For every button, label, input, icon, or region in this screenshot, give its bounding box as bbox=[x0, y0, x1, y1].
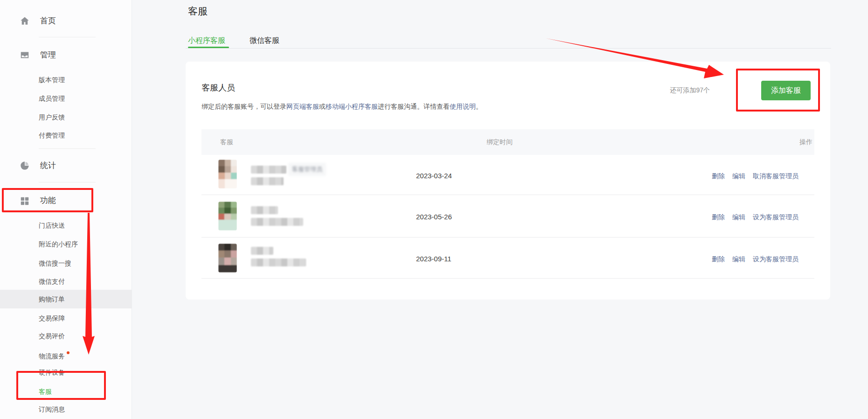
delete-link[interactable]: 删除 bbox=[712, 213, 725, 222]
set-admin-link[interactable]: 设为客服管理员 bbox=[753, 255, 799, 264]
desc-text: 进行客服沟通。详情查看 bbox=[378, 103, 450, 110]
blurred-name bbox=[251, 166, 286, 174]
sidebar-item-home[interactable]: 首页 bbox=[20, 15, 56, 26]
service-staff-table: 客服 绑定时间 操作 客服管理员 2023-03-24 bbox=[201, 129, 814, 279]
sidebar-section-stats[interactable]: 统计 bbox=[20, 160, 56, 171]
cancel-admin-link[interactable]: 取消客服管理员 bbox=[753, 172, 799, 181]
blurred-name bbox=[251, 247, 273, 255]
blurred-wechat-id bbox=[251, 218, 303, 226]
pie-chart-icon bbox=[20, 161, 30, 171]
table-row: 客服管理员 2023-03-24 删除 编辑 取消客服管理员 bbox=[201, 155, 814, 195]
sidebar-divider bbox=[39, 148, 96, 149]
sidebar-item-transaction-review[interactable]: 交易评价 bbox=[39, 332, 65, 341]
sidebar-divider bbox=[39, 37, 96, 37]
column-header-actions: 操作 bbox=[799, 138, 812, 147]
sidebar-item-hardware-device[interactable]: 硬件设备 bbox=[39, 369, 65, 377]
web-service-link[interactable]: 网页端客服 bbox=[286, 103, 319, 110]
avatar bbox=[218, 160, 237, 189]
sidebar-item-transaction-guarantee[interactable]: 交易保障 bbox=[39, 314, 65, 323]
tab-wechat-service[interactable]: 微信客服 bbox=[250, 36, 279, 46]
sidebar-item-member-mgmt[interactable]: 成员管理 bbox=[39, 95, 65, 103]
blurred-wechat-id bbox=[251, 258, 306, 266]
sidebar-item-label: 物流服务 bbox=[39, 352, 65, 360]
edit-link[interactable]: 编辑 bbox=[732, 172, 745, 181]
column-header-service: 客服 bbox=[220, 138, 233, 147]
set-admin-link[interactable]: 设为客服管理员 bbox=[753, 213, 799, 222]
sidebar-section-label: 管理 bbox=[40, 49, 56, 60]
delete-link[interactable]: 删除 bbox=[712, 172, 725, 181]
sidebar-divider bbox=[39, 182, 96, 182]
sidebar-highlight-band bbox=[0, 290, 132, 308]
blurred-wechat-id bbox=[251, 177, 284, 185]
panel-heading: 客服人员 bbox=[201, 82, 235, 93]
sidebar-item-store-delivery[interactable]: 门店快送 bbox=[39, 222, 65, 230]
customer-service-panel: 客服人员 绑定后的客服账号，可以登录网页端客服或移动端小程序客服进行客服沟通。详… bbox=[186, 62, 830, 300]
sidebar-item-label: 首页 bbox=[40, 15, 56, 26]
desc-text: 。 bbox=[476, 103, 482, 110]
edit-link[interactable]: 编辑 bbox=[732, 213, 745, 222]
new-badge-dot-icon bbox=[67, 351, 69, 354]
sidebar-item-payment-mgmt[interactable]: 付费管理 bbox=[39, 132, 65, 140]
panel-description: 绑定后的客服账号，可以登录网页端客服或移动端小程序客服进行客服沟通。详情查看使用… bbox=[201, 103, 482, 111]
inbox-icon bbox=[20, 50, 30, 60]
sidebar: 首页 管理 版本管理 成员管理 用户反馈 付费管理 统计 功能 门店 bbox=[0, 0, 132, 419]
column-header-bind-time: 绑定时间 bbox=[486, 138, 513, 147]
row-actions: 删除 编辑 取消客服管理员 bbox=[712, 172, 799, 181]
desc-text: 或 bbox=[319, 103, 326, 110]
mobile-service-link[interactable]: 移动端小程序客服 bbox=[326, 103, 378, 110]
sidebar-item-wechat-search[interactable]: 微信搜一搜 bbox=[39, 259, 71, 268]
avatar bbox=[218, 202, 237, 230]
table-header-row: 客服 绑定时间 操作 bbox=[201, 129, 814, 155]
usage-guide-link[interactable]: 使用说明 bbox=[450, 103, 476, 110]
bind-time-cell: 2023-03-24 bbox=[416, 172, 452, 180]
sidebar-item-nearby-miniprogram[interactable]: 附近的小程序 bbox=[39, 240, 78, 249]
sidebar-item-user-feedback[interactable]: 用户反馈 bbox=[39, 113, 65, 122]
grid-icon bbox=[20, 196, 30, 206]
sidebar-item-subscribe-message[interactable]: 订阅消息 bbox=[39, 405, 65, 414]
edit-link[interactable]: 编辑 bbox=[732, 255, 745, 264]
sidebar-item-shopping-orders[interactable]: 购物订单 bbox=[39, 295, 65, 304]
page-title: 客服 bbox=[188, 5, 208, 18]
home-icon bbox=[20, 16, 30, 26]
bind-time-cell: 2023-09-11 bbox=[416, 255, 451, 263]
quota-remaining-text: 还可添加97个 bbox=[670, 86, 710, 95]
sidebar-item-wechat-pay[interactable]: 微信支付 bbox=[39, 278, 65, 286]
sidebar-item-logistics-service[interactable]: 物流服务 bbox=[39, 352, 69, 361]
sidebar-section-features[interactable]: 功能 bbox=[20, 195, 56, 206]
blurred-name bbox=[251, 206, 278, 214]
sidebar-section-label: 统计 bbox=[40, 160, 56, 171]
add-service-button[interactable]: 添加客服 bbox=[761, 81, 811, 100]
active-tab-underline bbox=[188, 47, 229, 48]
sidebar-item-customer-service[interactable]: 客服 bbox=[39, 388, 52, 396]
row-actions: 删除 编辑 设为客服管理员 bbox=[712, 213, 799, 222]
bind-time-cell: 2023-05-26 bbox=[416, 213, 452, 221]
tab-miniprogram-service[interactable]: 小程序客服 bbox=[188, 36, 225, 46]
avatar bbox=[218, 244, 237, 272]
delete-link[interactable]: 删除 bbox=[712, 255, 725, 264]
admin-badge: 客服管理员 bbox=[288, 163, 326, 176]
sidebar-item-version-mgmt[interactable]: 版本管理 bbox=[39, 76, 65, 84]
tabbar-border bbox=[186, 48, 831, 49]
table-row: 2023-05-26 删除 编辑 设为客服管理员 bbox=[201, 195, 814, 237]
sidebar-section-label: 功能 bbox=[40, 195, 56, 206]
row-actions: 删除 编辑 设为客服管理员 bbox=[712, 255, 799, 264]
sidebar-section-manage[interactable]: 管理 bbox=[20, 49, 56, 60]
table-row: 2023-09-11 删除 编辑 设为客服管理员 bbox=[201, 237, 814, 279]
desc-text: 绑定后的客服账号，可以登录 bbox=[201, 103, 286, 110]
